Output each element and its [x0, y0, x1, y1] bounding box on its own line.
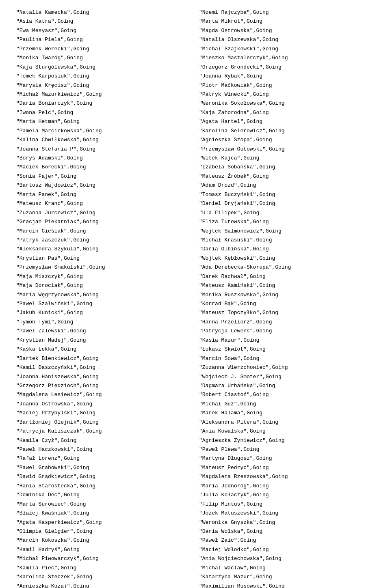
list-item: "Magdalena Lesiewicz",Going	[16, 390, 191, 399]
list-item: "Maja Dorociak",Going	[16, 281, 191, 290]
list-item: "Jakub Kunicki",Going	[16, 308, 191, 317]
list-item: "Marta Panek",Going	[16, 190, 191, 199]
list-item: "Kaśka Lekka",Going	[16, 345, 191, 353]
list-item: "Monika Twaróg",Going	[16, 54, 191, 62]
list-item: "Joanna Ostrowska",Going	[16, 400, 191, 408]
list-item: "Olimpia Gielgier",Going	[16, 527, 191, 536]
list-item: "Agnieszka Kużaj",Going	[16, 582, 191, 588]
list-item: "Daniel Dryjański",Going	[199, 199, 374, 208]
list-item: "Patrycja Kaliszczak",Going	[16, 427, 191, 435]
list-item: "Bartek Bienkiewicz",Going	[16, 354, 191, 363]
list-item: "Grzegorz Grondecki",Going	[199, 63, 374, 71]
list-item: "Agnieszka Szopa",Going	[199, 136, 374, 144]
list-item: "Kamila Piec",Going	[16, 564, 191, 572]
list-item: "Paweł Plewa",Going	[199, 445, 374, 454]
right-column: "Noemi Rajczyba",Going"Marta Mikrut",Goi…	[199, 8, 374, 588]
list-item: "Ania Wojciechowska",Going	[199, 554, 374, 563]
list-item: "Zuzanna Jurcewicz",Going	[16, 209, 191, 217]
list-item: "Maciej Wołodko",Going	[199, 545, 374, 554]
list-item: "Michał Mazurkiewicz",Going	[16, 90, 191, 99]
list-item: "Noemi Rajczyba",Going	[199, 8, 374, 17]
list-item: "Paweł Haczkowski",Going	[16, 445, 191, 454]
list-item: "Wojtek Kębłowski",Going	[199, 254, 374, 263]
list-item: "Magda Ostrowska",Going	[199, 26, 374, 35]
list-item: "Aleksandra Pitera",Going	[199, 418, 374, 426]
list-item: "Gracjan Piekarniak",Going	[16, 218, 191, 226]
list-item: "Ada Derebecka-Skorupa",Going	[199, 263, 374, 271]
list-item: "Hanna Przeliorz",Going	[199, 318, 374, 326]
list-item: "Przemysław Smakulski",Going	[16, 263, 191, 271]
list-item: "Marek Halama",Going	[199, 409, 374, 417]
list-item: "Mateusz Kamiński",Going	[199, 281, 374, 290]
list-item: "Magdalena Rzeszowska",Going	[199, 472, 374, 481]
list-item: "Marcin Kokoszka",Going	[16, 536, 191, 545]
list-item: "Karolina Steczek",Going	[16, 573, 191, 581]
left-column: "Natalia Kamecka",Going"Asia Katra",Goin…	[16, 8, 199, 588]
list-item: "Paweł Zalewski",Going	[16, 327, 191, 335]
list-item: "Marysia Kręcisz",Going	[16, 81, 191, 90]
list-item: "Darek Rachwał",Going	[199, 272, 374, 281]
list-item: "Filip Mintus",Going	[199, 500, 374, 508]
list-item: "Ewa Mesyasz",Going	[16, 26, 191, 35]
list-item: "Michał Krasuski",Going	[199, 236, 374, 244]
list-item: "Maciek Borecki",Going	[16, 163, 191, 171]
list-item: "Patryk Jaszczuk",Going	[16, 236, 191, 244]
list-item: "Kamil Daszczyński",Going	[16, 363, 191, 372]
list-item: "Patryk Winecki",Going	[199, 90, 374, 99]
list-item: "Mateusz Źróbek",Going	[199, 172, 374, 181]
list-item: "Michał Guz",Going	[199, 400, 374, 408]
list-item: "Paulina Piela",Going	[16, 35, 191, 44]
list-item: "Łukasz Skwiot",Going	[199, 345, 374, 353]
list-item: "Kasia Mazur",Going	[199, 336, 374, 345]
list-item: "Sonia Fajer",Going	[16, 172, 191, 181]
list-item: "Paweł Szałwiński",Going	[16, 299, 191, 308]
list-item: "Borys Adamski",Going	[16, 154, 191, 162]
list-item: "Pamela Marcinkowska",Going	[16, 127, 191, 135]
list-item: "Iwona Pelc",Going	[16, 108, 191, 117]
list-item: "Hania Starostecka",Going	[16, 482, 191, 490]
list-item: "Martyna Długosz",Going	[199, 454, 374, 463]
list-item: "Patrycja Lewens",Going	[199, 327, 374, 335]
list-item: "Asia Katra",Going	[16, 17, 191, 26]
list-item: "Daria Wolska",Going	[199, 527, 374, 536]
list-item: "Agnieszka Żyniewicz",Going	[199, 436, 374, 445]
list-item: "Kaja Zahorodna",Going	[199, 108, 374, 117]
list-item: "Dagmara Urbańska",Going	[199, 381, 374, 390]
list-item: "Joanna Stefania P",Going	[16, 145, 191, 153]
list-item: "Grzegorz Piędzioch",Going	[16, 381, 191, 390]
list-item: "Maximilian Rusowski",Going	[199, 582, 374, 588]
list-item: "Kalina Chwiłkowska",Going	[16, 136, 191, 144]
list-item: "Józek Matuszewski",Going	[199, 509, 374, 517]
list-item: "Michał Piwowarczyk",Going	[16, 554, 191, 563]
list-item: "Maria Węgrzynowska",Going	[16, 291, 191, 299]
list-item: "Krystian Paś",Going	[16, 254, 191, 263]
list-item: "Kamil Hadryś",Going	[16, 545, 191, 554]
list-item: "Mieszko Mastalerczyk",Going	[199, 54, 374, 62]
list-item: "Przemek Werecki",Going	[16, 45, 191, 53]
list-item: "Kamila Czyż",Going	[16, 436, 191, 445]
list-item: "Wojciech J. Smoter",Going	[199, 373, 374, 381]
list-item: "Aleksandra Szykula",Going	[16, 245, 191, 253]
list-item: "Mateusz Pedryc",Going	[199, 463, 374, 472]
list-item: "Błażej Kwaśniak",Going	[16, 509, 191, 517]
list-item: "Marcin Cieślak",Going	[16, 227, 191, 235]
list-item: "Marta Surowiec",Going	[16, 500, 191, 508]
list-item: "Katarzyna Mazur",Going	[199, 573, 374, 581]
list-item: "Przemysław Gutowski",Going	[199, 145, 374, 153]
list-item: "Wojtek Salmonowicz",Going	[199, 227, 374, 235]
list-item: "Mateusz Kranc",Going	[16, 199, 191, 208]
list-item: "Mateusz Topczyłko",Going	[199, 308, 374, 317]
list-item: "Dawid Grądkiewicz",Going	[16, 472, 191, 481]
list-item: "Agata Hartel",Going	[199, 117, 374, 126]
list-item: "Rafał Lorenz",Going	[16, 454, 191, 463]
list-item: "Bartosz Wajdowicz",Going	[16, 181, 191, 190]
list-item: "Zuzanna Wierzchowiec",Going	[199, 363, 374, 372]
list-item: "Paweł Grabowski",Going	[16, 463, 191, 472]
list-item: "Karolina Selerowicz",Going	[199, 127, 374, 135]
list-item: "Ula Filipek",Going	[199, 209, 374, 217]
list-item: "Bartłomiej Olejnik",Going	[16, 418, 191, 426]
list-item: "Maciej Przybylski",Going	[16, 409, 191, 417]
list-item: "Joanna Haniszewska",Going	[16, 373, 191, 381]
list-item: "Monika Ruszkowska",Going	[199, 291, 374, 299]
list-item: "Weronika Sokołowska",Going	[199, 99, 374, 108]
